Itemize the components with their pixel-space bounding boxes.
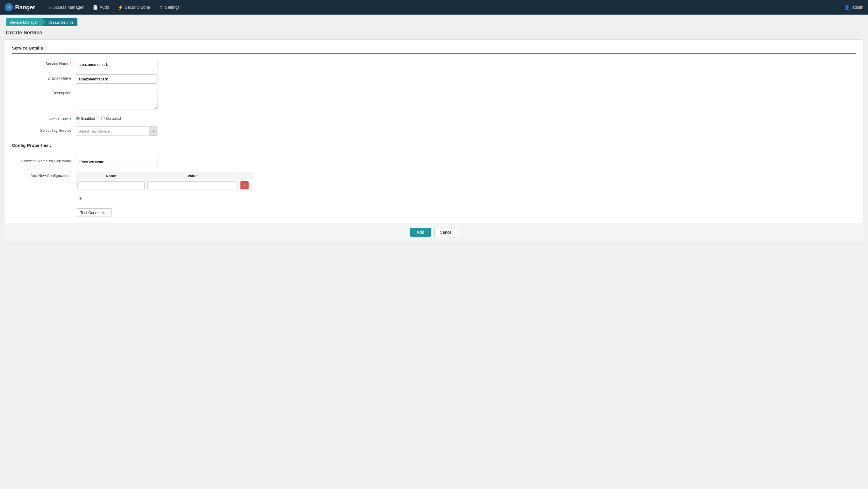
add-row-wrapper: + xyxy=(76,194,253,203)
nav-item-audit[interactable]: 📄 Audit xyxy=(88,0,114,15)
breadcrumb-create-service[interactable]: Create Service xyxy=(42,18,78,26)
service-name-label: Service Name* xyxy=(12,60,76,66)
cn-certificate-label: Common Name for Certificate xyxy=(12,157,76,163)
active-status-group: Active Status Enabled Disabled xyxy=(12,115,856,121)
nav-label-settings: Settings xyxy=(165,5,180,10)
main-content: Service Details : Service Name* Display … xyxy=(5,39,863,242)
breadcrumb-arrow xyxy=(42,18,45,26)
cn-certificate-group: Common Name for Certificate xyxy=(12,157,856,166)
config-value-input[interactable] xyxy=(147,181,238,190)
required-marker: * xyxy=(70,61,71,66)
col-header-value: Value xyxy=(146,172,239,180)
nav-item-access-manager[interactable]: 🛡 Access Manager xyxy=(43,0,88,15)
configurations-table-header-row: Name Value xyxy=(76,172,253,180)
cancel-button[interactable]: Cancel xyxy=(434,228,458,237)
description-input[interactable] xyxy=(76,89,157,110)
config-name-input[interactable] xyxy=(78,181,145,190)
nav-item-settings[interactable]: ⚙ Settings xyxy=(155,0,184,15)
description-label: Description xyxy=(12,89,76,95)
plus-icon: + xyxy=(79,196,82,202)
page-title: Create Service xyxy=(0,29,868,39)
radio-enabled[interactable] xyxy=(76,117,80,120)
service-details-section-title: Service Details : xyxy=(12,46,856,54)
nav-label-security-zone: Security Zone xyxy=(125,5,150,10)
config-value-cell xyxy=(146,180,239,191)
active-status-radios: Enabled Disabled xyxy=(76,115,121,121)
select-tag-service-group: Select Tag Service Select Tag Service ▼ xyxy=(12,126,856,136)
add-button[interactable]: Add xyxy=(410,228,431,237)
select-tag-service-wrapper: Select Tag Service ▼ xyxy=(76,126,157,136)
breadcrumb: Service Manager Create Service xyxy=(0,15,868,29)
configurations-table: Name Value xyxy=(76,172,253,191)
nav-item-security-zone[interactable]: ⚡ Security Zone xyxy=(114,0,155,15)
config-name-cell xyxy=(76,180,146,191)
config-properties-section-title: Config Properties : xyxy=(12,143,856,151)
radio-disabled-text: Disabled xyxy=(106,116,121,121)
display-name-group: Display Name xyxy=(12,74,856,84)
navbar-left: R Ranger 🛡 Access Manager 📄 Audit ⚡ Secu… xyxy=(5,0,184,15)
active-status-label: Active Status xyxy=(12,115,76,121)
display-name-input[interactable] xyxy=(76,74,157,84)
remove-icon: × xyxy=(243,183,246,188)
configurations-table-wrapper: Name Value xyxy=(76,172,253,203)
navbar: R Ranger 🛡 Access Manager 📄 Audit ⚡ Secu… xyxy=(0,0,868,15)
nav-label-access-manager: Access Manager xyxy=(53,5,84,10)
select-tag-service-label: Select Tag Service xyxy=(12,126,76,133)
navbar-brand[interactable]: R Ranger xyxy=(5,3,40,11)
ranger-logo-icon: R xyxy=(5,3,13,11)
radio-disabled[interactable] xyxy=(101,117,105,120)
access-manager-icon: 🛡 xyxy=(48,5,52,10)
breadcrumb-wrapper: Service Manager Create Service xyxy=(6,18,78,26)
form-footer: Add Cancel xyxy=(5,223,863,241)
radio-disabled-label[interactable]: Disabled xyxy=(101,116,121,121)
table-row: × xyxy=(76,180,253,191)
service-name-input[interactable] xyxy=(76,60,157,69)
breadcrumb-service-manager[interactable]: Service Manager xyxy=(6,18,42,26)
audit-icon: 📄 xyxy=(93,5,98,10)
nav-label-audit: Audit xyxy=(99,5,109,10)
description-group: Description xyxy=(12,89,856,110)
service-name-group: Service Name* xyxy=(12,60,856,69)
radio-enabled-label[interactable]: Enabled xyxy=(76,116,95,121)
add-new-configurations-label: Add New Configurations xyxy=(12,172,76,178)
test-connection-area: Test Connection xyxy=(12,208,856,217)
col-header-action xyxy=(239,172,253,180)
test-connection-button[interactable]: Test Connection xyxy=(76,208,112,217)
config-action-cell: × xyxy=(239,180,253,191)
select-tag-service[interactable]: Select Tag Service xyxy=(76,126,157,136)
brand-label: Ranger xyxy=(15,4,35,11)
add-new-configurations-group: Add New Configurations Name Value xyxy=(12,172,856,203)
configurations-table-head: Name Value xyxy=(76,172,253,180)
navbar-right[interactable]: 👤 admin xyxy=(844,5,863,10)
add-row-button[interactable]: + xyxy=(76,194,85,203)
remove-row-button[interactable]: × xyxy=(241,181,249,190)
settings-icon: ⚙ xyxy=(159,5,163,10)
radio-enabled-text: Enabled xyxy=(81,116,95,121)
user-icon: 👤 xyxy=(844,5,850,10)
configurations-table-body: × xyxy=(76,180,253,191)
cn-certificate-input[interactable] xyxy=(76,157,157,166)
security-zone-icon: ⚡ xyxy=(118,5,123,10)
display-name-label: Display Name xyxy=(12,74,76,80)
user-label: admin xyxy=(852,5,863,10)
col-header-name: Name xyxy=(76,172,146,180)
